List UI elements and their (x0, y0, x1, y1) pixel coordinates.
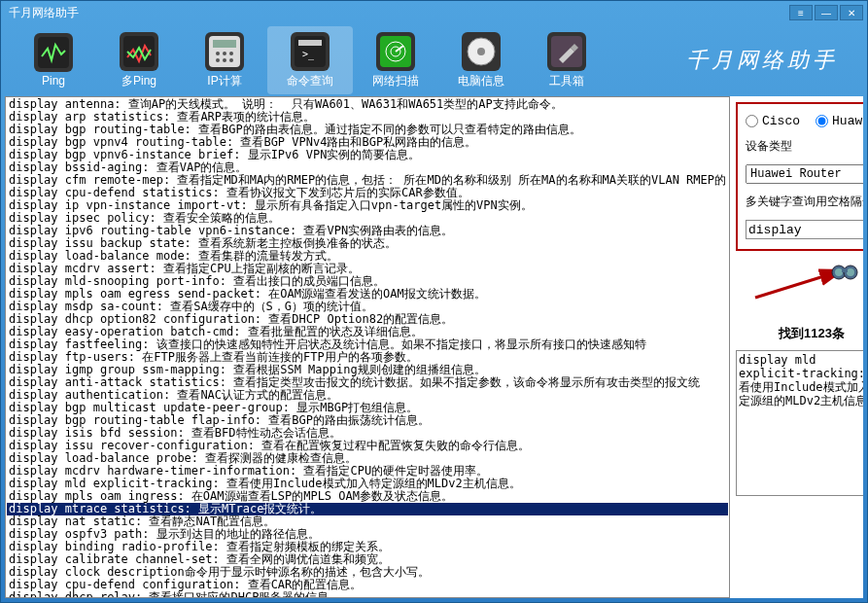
menu-icon: ≡ (798, 8, 804, 18)
result-count: 找到1123条 (736, 325, 863, 342)
vendor-radio-group: Cisco Huawei (746, 114, 863, 128)
minimize-button[interactable]: — (815, 5, 838, 20)
svg-point-9 (229, 58, 233, 62)
mping-icon (120, 32, 158, 71)
tool-tools[interactable]: 工具箱 (524, 26, 609, 94)
close-icon: ✕ (848, 8, 855, 18)
settings-button[interactable]: ≡ (789, 5, 813, 20)
svg-line-20 (755, 270, 843, 298)
tool-info[interactable]: 电脑信息 (438, 26, 524, 94)
tool-scan[interactable]: 网络扫描 (353, 26, 438, 94)
info-icon (462, 32, 501, 71)
calc-icon (205, 32, 244, 71)
svg-point-7 (216, 58, 220, 62)
device-type-label: 设备类型 (746, 138, 863, 155)
svg-point-18 (477, 48, 485, 55)
tool-calc[interactable]: IP计算 (182, 26, 267, 94)
svg-point-8 (223, 58, 226, 62)
svg-point-23 (835, 268, 843, 276)
svg-point-5 (223, 52, 226, 55)
toolbar: Ping多PingIP计算>_命令查询网络扫描电脑信息工具箱 千月网络助手 (1, 24, 867, 96)
tool-label: 网络扫描 (372, 73, 419, 89)
keyword-label: 多关键字查询用空格隔开 (746, 194, 863, 210)
svg-text:>_: >_ (302, 49, 315, 60)
tool-label: 工具箱 (549, 73, 584, 89)
app-window: 千月网络助手 ≡ — ✕ Ping多PingIP计算>_命令查询网络扫描电脑信息… (0, 0, 868, 603)
query-group: Cisco Huawei 设备类型 Huawei Router 多关键字查询用空… (736, 102, 863, 251)
tool-cmd[interactable]: >_命令查询 (267, 26, 353, 94)
results-pane: display antenna: 查询AP的天线模式。 说明： 只有WA601、… (5, 96, 730, 598)
scan-icon (376, 32, 415, 71)
tool-label: 电脑信息 (458, 73, 504, 89)
device-type-select[interactable]: Huawei Router (746, 164, 863, 184)
svg-point-6 (229, 52, 233, 55)
svg-rect-11 (298, 40, 322, 46)
brand-title: 千月网络助手 (609, 46, 857, 75)
tool-label: 命令查询 (287, 73, 333, 89)
detail-box[interactable]: display mld explicit-tracking: 查看使用Inclu… (736, 350, 863, 496)
close-button[interactable]: ✕ (840, 5, 863, 20)
radio-cisco-input[interactable] (746, 115, 758, 127)
tool-label: Ping (42, 74, 65, 88)
search-action-area (736, 259, 863, 317)
window-controls: ≡ — ✕ (789, 5, 863, 20)
content-area: display antenna: 查询AP的天线模式。 说明： 只有WA601、… (5, 96, 863, 598)
keyword-input[interactable] (746, 220, 863, 239)
ping-icon (34, 33, 73, 72)
query-panel: Cisco Huawei 设备类型 Huawei Router 多关键字查询用空… (730, 96, 863, 598)
titlebar-title: 千月网络助手 (5, 5, 789, 21)
results-list[interactable]: display antenna: 查询AP的天线模式。 说明： 只有WA601、… (6, 97, 729, 597)
cmd-icon: >_ (291, 32, 330, 71)
titlebar: 千月网络助手 ≡ — ✕ (1, 1, 867, 24)
tool-label: 多Ping (122, 73, 156, 89)
tool-ping[interactable]: Ping (11, 26, 96, 94)
svg-rect-3 (213, 40, 236, 48)
radio-cisco[interactable]: Cisco (746, 114, 800, 128)
svg-point-4 (216, 52, 220, 55)
svg-point-24 (847, 268, 854, 276)
tool-mping[interactable]: 多Ping (96, 26, 182, 94)
list-row[interactable]: display dhcp relay: 查看接口对应的DHCP服务器的信息。 (7, 591, 728, 597)
search-button[interactable] (831, 259, 858, 283)
binoculars-icon (831, 259, 858, 280)
svg-rect-25 (842, 268, 848, 272)
radio-huawei[interactable]: Huawei (816, 114, 863, 128)
radio-huawei-input[interactable] (816, 115, 828, 127)
radio-huawei-label: Huawei (832, 114, 863, 128)
radio-cisco-label: Cisco (762, 114, 800, 128)
tools-icon (547, 32, 586, 71)
tool-label: IP计算 (207, 73, 241, 89)
minimize-icon: — (821, 8, 831, 18)
